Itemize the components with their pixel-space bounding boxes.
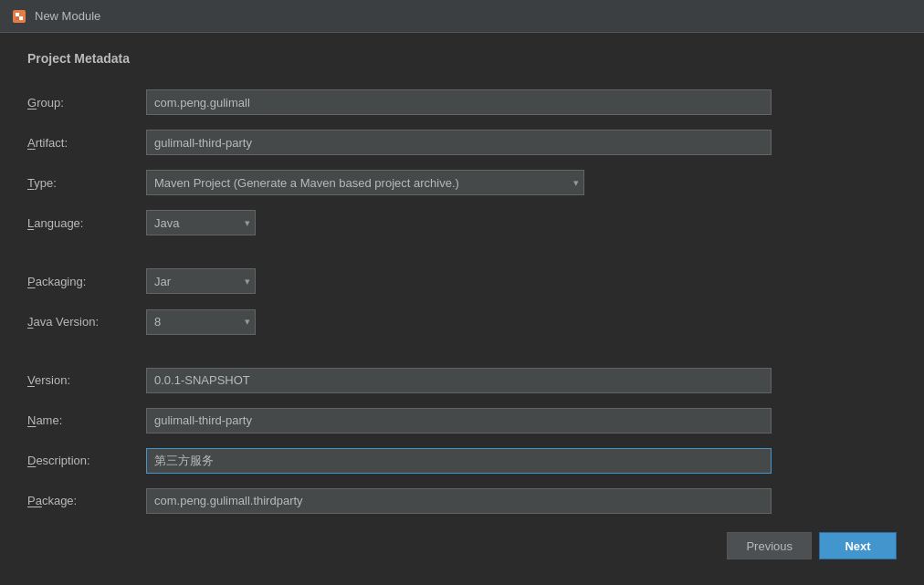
- language-label: Language:: [27, 203, 146, 243]
- language-field: Java Kotlin Groovy: [146, 203, 897, 243]
- version-label: Version:: [27, 360, 146, 401]
- bottom-bar: Previous Next: [27, 521, 897, 567]
- app-icon: [11, 8, 27, 25]
- name-field: [146, 401, 897, 441]
- description-input[interactable]: [146, 448, 772, 474]
- packaging-field: Jar War: [146, 261, 897, 301]
- packaging-label: Packaging:: [27, 261, 146, 301]
- version-input[interactable]: [146, 368, 772, 393]
- svg-rect-2: [19, 16, 23, 20]
- svg-rect-1: [16, 13, 19, 16]
- java-version-label: Java Version:: [27, 301, 146, 341]
- name-label: Name:: [27, 401, 146, 441]
- dialog-title: New Module: [35, 9, 100, 23]
- packaging-select[interactable]: Jar War: [146, 268, 256, 294]
- type-select[interactable]: Maven Project (Generate a Maven based pr…: [146, 170, 584, 195]
- package-input[interactable]: [146, 488, 772, 514]
- spacer-1: [27, 243, 146, 254]
- group-input[interactable]: [146, 89, 772, 115]
- description-field: [146, 441, 897, 481]
- java-version-select[interactable]: 8 11 17 21: [146, 309, 256, 335]
- form-grid: Group: Artifact: Type: Maven Project (Ge…: [27, 82, 897, 521]
- type-field: Maven Project (Generate a Maven based pr…: [146, 162, 897, 203]
- package-field: [146, 481, 897, 521]
- svg-rect-3: [16, 16, 19, 20]
- artifact-input[interactable]: [146, 130, 772, 155]
- packaging-select-wrapper: Jar War: [146, 268, 256, 294]
- java-version-field: 8 11 17 21: [146, 301, 897, 341]
- type-label: Type:: [27, 162, 146, 203]
- dialog-body: Project Metadata Group: Artifact: Type: …: [0, 33, 924, 585]
- language-select-wrapper: Java Kotlin Groovy: [146, 210, 256, 235]
- type-select-wrapper: Maven Project (Generate a Maven based pr…: [146, 170, 584, 195]
- group-label: Group:: [27, 82, 146, 122]
- description-label: Description:: [27, 441, 146, 481]
- artifact-field: [146, 122, 897, 162]
- package-label: Package:: [27, 481, 146, 521]
- spacer-4: [146, 342, 897, 353]
- group-field: [146, 82, 897, 122]
- next-button[interactable]: Next: [819, 532, 897, 559]
- artifact-label: Artifact:: [27, 122, 146, 162]
- name-input[interactable]: [146, 408, 772, 434]
- previous-button[interactable]: Previous: [727, 532, 812, 559]
- language-select[interactable]: Java Kotlin Groovy: [146, 210, 256, 235]
- title-bar: New Module: [0, 0, 924, 33]
- spacer-3: [27, 342, 146, 353]
- version-field: [146, 360, 897, 401]
- java-version-select-wrapper: 8 11 17 21: [146, 309, 256, 335]
- section-title: Project Metadata: [27, 51, 897, 66]
- spacer-2: [146, 243, 897, 254]
